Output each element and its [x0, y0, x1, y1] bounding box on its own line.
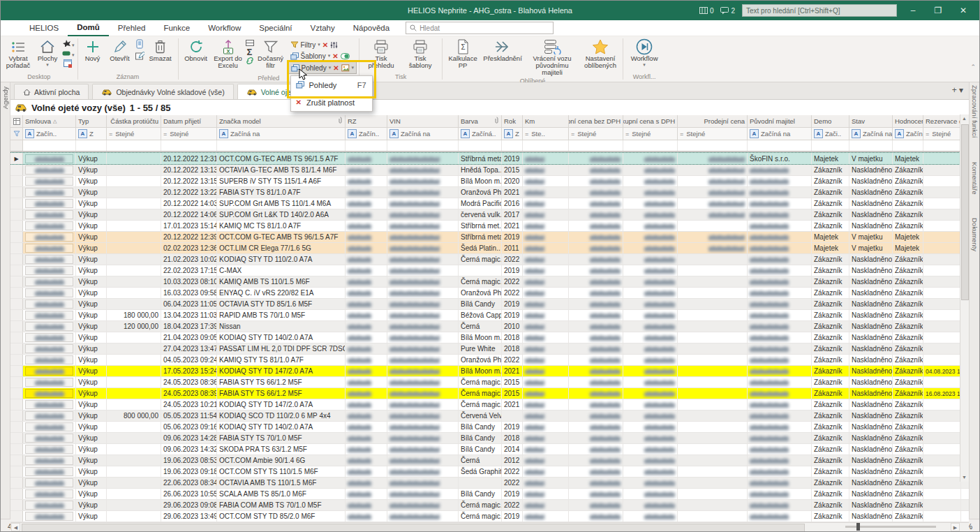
clear-filter-icon[interactable]: ✕ — [322, 41, 328, 49]
grid-row[interactable]: ▆▇▆▇▆▆▇▆▇▆▆Výkup22.02.2023 17:15C-MAX▆▇▆… — [10, 265, 969, 276]
grid-row[interactable]: ▆▇▆▇▆▆▇▆▇▆▆Výkup27.04.2023 13:47PASSAT L… — [10, 343, 969, 355]
column-header-marker[interactable] — [10, 115, 23, 127]
smazat-button[interactable]: Smazat — [145, 38, 176, 63]
users-badge[interactable]: 0 — [699, 7, 714, 15]
nastaveni-oblibenych-button[interactable]: Nastavení oblíbených — [580, 38, 621, 70]
filter-input-b[interactable] — [459, 140, 502, 151]
tab-funkce[interactable]: Funkce — [154, 20, 199, 36]
column-header-maj[interactable]: Původní majitel — [748, 115, 812, 127]
contract-box[interactable]: ▆▇▆▇▆▆▇▆▇▆▆ — [25, 456, 73, 465]
workflow-button[interactable]: Workflow ▾ — [625, 38, 663, 68]
filter-cell-m[interactable]: AZačíná na — [217, 128, 346, 140]
filter-input-c2[interactable] — [623, 140, 678, 151]
contract-box[interactable]: ▆▇▆▇▆▆▇▆▇▆▆ — [25, 367, 73, 376]
filter-input-km[interactable] — [523, 140, 569, 151]
filtry-button[interactable]: Filtry▾ ✕ — [288, 39, 357, 50]
contract-box[interactable]: ▆▇▆▇▆▆▇▆▇▆▆ — [25, 400, 73, 409]
filter-cell-rez[interactable]: =Stejné — [923, 128, 961, 140]
filter-input-c3[interactable] — [678, 140, 748, 151]
filter-input-maj[interactable] — [748, 140, 812, 151]
column-header-c2[interactable]: Nákupní cena s DPH — [623, 115, 678, 127]
filter-cell-marker[interactable] — [10, 128, 23, 140]
contract-box[interactable]: ▆▇▆▇▆▆▇▆▇▆▆ — [25, 177, 73, 186]
contract-box[interactable]: ▆▇▆▇▆▆▇▆▇▆▆ — [25, 322, 73, 331]
otevrit-button[interactable]: Otevřít — [105, 38, 135, 63]
column-header-rz[interactable]: RZ — [346, 115, 387, 127]
filter-cell-rz[interactable]: AZačín.. — [346, 128, 387, 140]
vybrat-poradac-button[interactable]: Vybrat pořadač — [3, 38, 34, 70]
table-config-icon[interactable] — [64, 59, 73, 69]
filter-input-sm[interactable] — [23, 140, 76, 151]
vraceni-vozu-button[interactable]: Vrácení vozu původnímu majiteli — [524, 38, 580, 77]
filter-input-c1[interactable] — [569, 140, 623, 151]
hscroll-thumb[interactable] — [22, 524, 805, 532]
sablony-button[interactable]: Šablony▾ ✕ — [288, 50, 357, 61]
contract-box[interactable]: ▆▇▆▇▆▆▇▆▇▆▆ — [25, 355, 73, 364]
grid-row[interactable]: ▆▇▆▇▆▆▇▆▇▆▆Výkup21.02.2023 10:02KODIAQ S… — [10, 254, 969, 265]
panel-tab-dokumenty[interactable]: Dokumenty — [971, 218, 979, 251]
contract-box[interactable]: ▆▇▆▇▆▆▇▆▇▆▆ — [25, 478, 73, 487]
grid-row[interactable]: ▆▇▆▇▆▆▇▆▇▆▆Výkup09.06.2023 14:28FABIA ST… — [10, 433, 969, 444]
contract-box[interactable]: ▆▇▆▇▆▆▇▆▇▆▆ — [25, 255, 73, 264]
grid-row[interactable]: ▆▇▆▇▆▆▇▆▇▆▆Výkup19.06.2023 09:18OCT.COM … — [10, 466, 969, 478]
plochy-button[interactable]: Plochy ▾ — [34, 38, 61, 68]
scroll-up-icon[interactable]: ▲ — [960, 114, 968, 123]
contract-box[interactable]: ▆▇▆▇▆▆▇▆▇▆▆ — [25, 165, 73, 175]
filter-cell-sm[interactable]: AZačín.. — [23, 128, 76, 140]
export-excel-button[interactable]: X Export do Excelu — [211, 38, 245, 70]
grid-row[interactable]: ▆▇▆▇▆▆▇▆▇▆▆Výkup17.01.2023 15:14KAMIQ MC… — [10, 221, 969, 232]
panel-tab-zpracovani[interactable]: Zpracování funkcí — [971, 85, 979, 138]
filter-input-stav[interactable] — [849, 140, 893, 151]
zoom-slider[interactable] — [845, 526, 936, 528]
grid-row[interactable]: ▆▇▆▇▆▆▇▆▇▆▆Výkup20.12.2022 13:15SUPERB i… — [10, 176, 969, 187]
grid-row[interactable]: ▆▇▆▇▆▆▇▆▇▆▆Výkup24.05.2023 08:39FABIA ST… — [10, 388, 969, 399]
filter-input-m[interactable] — [217, 140, 346, 151]
grid-row[interactable]: ▆▇▆▇▆▆▇▆▇▆▆Výkup24.05.2023 08:36FABIA ST… — [10, 377, 969, 388]
panel-tab-komentare[interactable]: Komentáře — [971, 162, 979, 194]
contract-box[interactable]: ▆▇▆▇▆▆▇▆▇▆▆ — [25, 288, 73, 297]
tab-objednavky[interactable]: Objednávky Volné skladové (vše) — [92, 84, 233, 99]
contract-box[interactable]: ▆▇▆▇▆▆▇▆▇▆▆ — [25, 422, 73, 431]
column-header-d[interactable]: Datum přijetí — [161, 115, 217, 127]
column-header-sm[interactable]: Smlouva△ — [23, 115, 76, 127]
contract-box[interactable]: ▆▇▆▇▆▆▇▆▇▆▆ — [25, 199, 73, 208]
filter-cell-vin[interactable]: AZačíná na — [387, 128, 459, 140]
filter-cell-typ[interactable]: AZ — [76, 128, 107, 140]
filter-input-d[interactable] — [161, 140, 217, 151]
grid-row[interactable]: ▆▇▆▇▆▆▇▆▇▆▆Výkup29.06.2023 13:49OCT.COM … — [10, 511, 969, 522]
menu-item-pohledy[interactable]: Pohledy F7 — [291, 76, 372, 94]
grid-row[interactable]: ▆▇▆▇▆▆▇▆▇▆▆Výkup20.12.2022 13:22FABIA ST… — [10, 187, 969, 198]
filter-cell-c2[interactable]: =Stejné — [623, 128, 678, 140]
grid-row[interactable]: ▆▇▆▇▆▆▇▆▇▆▆Výkup120 000,0018.04.2023 17:… — [10, 321, 969, 332]
column-header-ca[interactable]: Částka protiúčtu — [107, 115, 161, 127]
contract-box[interactable]: ▆▇▆▇▆▆▇▆▇▆▆ — [25, 434, 73, 443]
grid-row[interactable]: ▆▇▆▇▆▆▇▆▇▆▆Výkup16.03.2023 09:58ENYAQ C.… — [10, 288, 969, 299]
filter-cell-km[interactable]: =Ste.. — [523, 128, 569, 140]
filter-input-vin[interactable] — [387, 140, 459, 151]
filter-input-ca[interactable] — [107, 140, 161, 151]
tab-prehled[interactable]: Přehled — [109, 20, 155, 36]
contract-box[interactable]: ▆▇▆▇▆▆▇▆▇▆▆ — [25, 221, 73, 230]
clear-view-icon[interactable]: ✕ — [333, 64, 339, 72]
edit-record-icon[interactable] — [135, 52, 144, 61]
filter-cell-stav[interactable]: AZačíná na — [849, 128, 893, 140]
pohledy-button[interactable]: Pohledy▾ ✕ ▾ — [288, 61, 357, 74]
filter-cell-c1[interactable]: =Stejné — [569, 128, 623, 140]
vscroll-thumb[interactable] — [961, 124, 969, 300]
horizontal-scrollbar[interactable]: ◀ ▶ — [10, 522, 969, 532]
tab-domu[interactable]: Domů — [68, 20, 109, 36]
grid-row[interactable]: ▆▇▆▇▆▆▇▆▇▆▆Výkup04.05.2023 09:24KAMIQ ST… — [10, 355, 969, 366]
grid-row[interactable]: ▆▇▆▇▆▆▇▆▇▆▆Výkup180 000,0013.04.2023 11:… — [10, 310, 969, 321]
grid-row[interactable]: ▆▇▆▇▆▆▇▆▇▆▆Výkup10.03.2023 08:10KAMIQ AM… — [10, 276, 969, 288]
clear-template-icon[interactable]: ✕ — [332, 52, 338, 60]
column-header-b[interactable]: Barva — [459, 115, 502, 127]
tab-specialni[interactable]: Speciální — [250, 20, 301, 36]
filter-cell-ca[interactable]: =Stejné — [107, 128, 161, 140]
tab-napoveda[interactable]: Nápověda — [344, 20, 399, 36]
vertical-scrollbar[interactable]: ▲ ▼ — [960, 114, 969, 482]
filter-cell-b[interactable]: AZačíná.. — [459, 128, 502, 140]
contract-box[interactable]: ▆▇▆▇▆▆▇▆▇▆▆ — [25, 467, 73, 476]
filter-cell-d[interactable]: =Stejné — [161, 128, 217, 140]
contract-box[interactable]: ▆▇▆▇▆▆▇▆▇▆▆ — [25, 445, 73, 454]
grid-row[interactable]: ▆▇▆▇▆▆▇▆▇▆▆Výkup20.12.2022 14:03SUP.COM … — [10, 198, 969, 209]
